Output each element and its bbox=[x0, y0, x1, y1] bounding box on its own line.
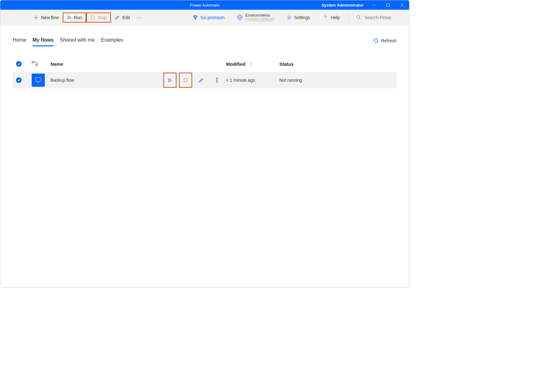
toolbar-divider bbox=[349, 13, 349, 22]
tab-my-flows[interactable]: My flows bbox=[33, 35, 54, 46]
minimize-icon bbox=[372, 3, 376, 7]
help-button[interactable]: Help bbox=[319, 13, 344, 22]
environments-label: Environments bbox=[245, 13, 274, 18]
svg-marker-6 bbox=[68, 16, 71, 19]
toolbar: New flow Run Stop Edit ⋯ Go premium Envi… bbox=[0, 10, 409, 25]
gear-icon bbox=[286, 15, 292, 20]
play-icon bbox=[168, 78, 172, 82]
new-flow-button[interactable]: New flow bbox=[30, 13, 63, 22]
svg-rect-14 bbox=[32, 61, 34, 63]
stop-button[interactable]: Stop bbox=[86, 13, 111, 23]
titlebar: Power Automate System Administrator bbox=[0, 0, 409, 10]
refresh-icon bbox=[373, 38, 379, 44]
row-checkbox[interactable] bbox=[16, 77, 32, 83]
tab-home[interactable]: Home bbox=[13, 35, 26, 46]
tabs: Home My flows Shared with me Examples bbox=[13, 35, 123, 46]
diamond-icon bbox=[192, 15, 198, 20]
close-button[interactable] bbox=[395, 0, 409, 10]
toolbar-left: New flow Run Stop Edit ⋯ bbox=[5, 12, 146, 23]
tab-shared[interactable]: Shared with me bbox=[60, 35, 95, 46]
row-status: Not running bbox=[279, 78, 342, 83]
search-box[interactable] bbox=[354, 14, 405, 21]
play-icon bbox=[67, 15, 71, 20]
stop-label: Stop bbox=[97, 15, 107, 20]
svg-marker-19 bbox=[169, 79, 171, 82]
ellipsis-icon: ⋯ bbox=[137, 14, 143, 21]
search-icon bbox=[356, 15, 361, 20]
go-premium-button[interactable]: Go premium bbox=[189, 13, 229, 22]
settings-button[interactable]: Settings bbox=[282, 13, 314, 22]
svg-rect-15 bbox=[36, 64, 38, 66]
run-label: Run bbox=[74, 15, 82, 20]
go-premium-label: Go premium bbox=[201, 15, 225, 20]
desktop-flow-icon bbox=[34, 77, 42, 83]
globe-icon bbox=[237, 14, 243, 20]
content: Home My flows Shared with me Examples Re… bbox=[0, 25, 409, 88]
row-edit-button[interactable] bbox=[195, 72, 208, 88]
run-button[interactable]: Run bbox=[63, 13, 87, 23]
row-stop-button[interactable] bbox=[179, 73, 192, 88]
sort-arrow-up-icon: ↑ bbox=[250, 62, 252, 67]
toolbar-right: Go premium Environments Contoso (default… bbox=[189, 13, 405, 22]
plus-icon bbox=[34, 15, 39, 20]
svg-line-13 bbox=[360, 18, 361, 20]
more-button[interactable]: ⋯ bbox=[134, 12, 146, 23]
pencil-icon bbox=[199, 78, 204, 83]
flows-table: Name Modified ↑ Status Backup flow bbox=[13, 56, 397, 88]
svg-point-12 bbox=[357, 15, 360, 18]
svg-point-23 bbox=[217, 82, 218, 83]
stop-icon bbox=[91, 15, 95, 20]
check-icon bbox=[16, 77, 22, 83]
minimize-button[interactable] bbox=[367, 0, 381, 10]
maximize-icon bbox=[386, 3, 390, 7]
edit-button[interactable]: Edit bbox=[111, 13, 134, 22]
row-name[interactable]: Backup flow bbox=[47, 78, 163, 83]
column-name[interactable]: Name bbox=[47, 61, 163, 67]
pencil-icon bbox=[115, 15, 120, 20]
edit-label: Edit bbox=[122, 15, 130, 20]
svg-rect-16 bbox=[35, 78, 41, 81]
environments-name: Contoso (default) bbox=[245, 18, 274, 22]
type-column-icon[interactable] bbox=[32, 61, 47, 67]
refresh-label: Refresh bbox=[381, 38, 397, 43]
vertical-dots-icon bbox=[216, 78, 218, 83]
question-icon bbox=[323, 15, 328, 20]
maximize-button[interactable] bbox=[381, 0, 395, 10]
row-run-button[interactable] bbox=[163, 73, 176, 88]
flow-type-icon bbox=[32, 61, 38, 66]
tabs-row: Home My flows Shared with me Examples Re… bbox=[13, 35, 397, 46]
refresh-button[interactable]: Refresh bbox=[373, 38, 397, 44]
column-status[interactable]: Status bbox=[279, 61, 342, 67]
table-row[interactable]: Backup flow < 1 minute ago Not running bbox=[13, 72, 397, 88]
search-input[interactable] bbox=[365, 15, 402, 20]
svg-point-22 bbox=[217, 80, 218, 81]
new-flow-label: New flow bbox=[41, 15, 59, 20]
check-icon bbox=[16, 61, 22, 67]
stop-icon bbox=[183, 78, 188, 82]
user-name[interactable]: System Administrator bbox=[321, 3, 367, 8]
svg-rect-20 bbox=[184, 79, 187, 82]
column-modified[interactable]: Modified ↑ bbox=[226, 61, 279, 67]
row-flow-icon bbox=[32, 74, 47, 87]
close-icon bbox=[400, 3, 404, 7]
row-more-button[interactable] bbox=[210, 72, 224, 88]
svg-point-11 bbox=[288, 17, 290, 18]
help-label: Help bbox=[331, 15, 340, 20]
row-modified: < 1 minute ago bbox=[226, 78, 279, 83]
environments-button[interactable]: Environments Contoso (default) bbox=[234, 13, 277, 22]
window-controls bbox=[367, 0, 409, 10]
settings-label: Settings bbox=[294, 15, 310, 20]
tab-examples[interactable]: Examples bbox=[101, 35, 123, 46]
svg-rect-7 bbox=[91, 16, 94, 19]
app-title: Power Automate bbox=[190, 3, 219, 8]
table-header: Name Modified ↑ Status bbox=[13, 56, 397, 72]
svg-rect-1 bbox=[387, 4, 389, 7]
svg-point-21 bbox=[217, 78, 218, 79]
select-all[interactable] bbox=[16, 61, 32, 67]
